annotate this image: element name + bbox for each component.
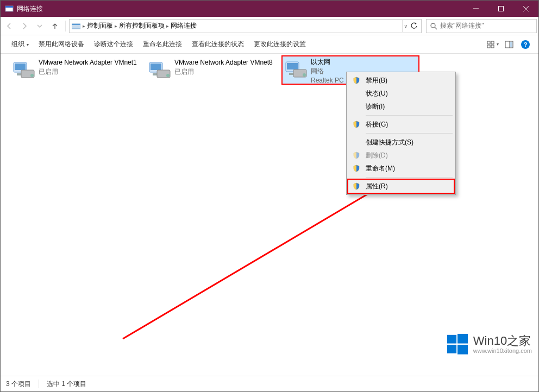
network-adapter-icon	[11, 58, 35, 82]
svg-point-21	[30, 74, 34, 77]
adapter-device: Realtek PC	[311, 76, 344, 85]
svg-point-8	[431, 23, 435, 28]
annotation-arrow	[117, 176, 454, 342]
shield-icon	[353, 121, 360, 128]
svg-rect-1	[5, 6, 13, 8]
adapter-status: 已启用	[39, 67, 137, 77]
svg-rect-18	[15, 64, 26, 70]
chevron-down-icon[interactable]: v	[405, 23, 408, 29]
cm-rename[interactable]: 重命名(M)	[348, 162, 454, 175]
svg-rect-35	[447, 345, 456, 353]
svg-line-32	[123, 178, 396, 339]
help-button[interactable]: ?	[518, 38, 533, 51]
tb-viewstatus[interactable]: 查看此连接的状态	[187, 36, 248, 52]
tb-diagnose[interactable]: 诊断这个连接	[90, 36, 137, 52]
svg-rect-28	[287, 63, 298, 69]
shield-icon	[353, 77, 360, 84]
svg-line-9	[435, 27, 437, 29]
svg-point-26	[166, 74, 170, 77]
network-adapter-item[interactable]: VMware Network Adapter VMnet1 已启用	[10, 57, 145, 83]
network-adapter-icon	[147, 58, 171, 82]
search-placeholder: 搜索"网络连接"	[440, 21, 484, 30]
tb-rename[interactable]: 重命名此连接	[139, 36, 186, 52]
shield-icon	[353, 151, 360, 159]
view-options-button[interactable]	[485, 38, 500, 51]
svg-rect-23	[151, 64, 161, 70]
tb-disable[interactable]: 禁用此网络设备	[34, 36, 89, 52]
windows-logo-icon	[446, 333, 469, 356]
svg-rect-10	[487, 41, 490, 44]
selected-count: 选中 1 个项目	[47, 380, 86, 389]
toolbar: 组织 禁用此网络设备 诊断这个连接 重命名此连接 查看此连接的状态 更改此连接的…	[1, 35, 538, 54]
adapter-name: VMware Network Adapter VMnet8	[174, 58, 273, 67]
shield-icon	[353, 182, 360, 190]
adapter-network: 网络	[311, 67, 344, 76]
up-button[interactable]	[48, 19, 62, 33]
item-count: 3 个项目	[6, 380, 31, 389]
watermark: Win10之家 www.win10xitong.com	[446, 333, 532, 356]
cm-diagnose[interactable]: 诊断(I)	[348, 100, 454, 113]
breadcrumb[interactable]: 控制面板	[85, 20, 115, 32]
shield-icon	[353, 165, 360, 172]
content-area: VMware Network Adapter VMnet1 已启用 VMware…	[1, 54, 538, 375]
window-title: 网络连接	[17, 4, 463, 14]
organize-menu[interactable]: 组织	[7, 36, 33, 52]
minimize-button[interactable]	[463, 1, 488, 17]
preview-pane-button[interactable]	[502, 38, 517, 51]
network-adapter-icon	[284, 58, 308, 81]
svg-rect-12	[487, 45, 490, 48]
svg-rect-34	[457, 334, 468, 344]
svg-rect-3	[499, 7, 504, 11]
window-icon	[5, 4, 14, 13]
cm-shortcut[interactable]: 创建快捷方式(S)	[348, 136, 454, 149]
close-button[interactable]	[513, 1, 538, 17]
adapter-name: 以太网	[311, 58, 344, 67]
back-button[interactable]	[2, 19, 16, 33]
status-bar: 3 个项目 选中 1 个项目	[1, 376, 538, 391]
adapter-status: 已启用	[174, 67, 273, 77]
svg-rect-36	[457, 345, 468, 355]
svg-rect-11	[491, 41, 494, 44]
context-menu: 禁用(B) 状态(U) 诊断(I) 桥接(G) 创建快捷方式(S) 删除(D) …	[346, 72, 456, 195]
maximize-button[interactable]	[488, 1, 513, 17]
cm-properties[interactable]: 属性(R)	[348, 180, 454, 193]
refresh-button[interactable]	[408, 22, 420, 30]
cm-delete: 删除(D)	[348, 149, 454, 162]
address-bar[interactable]: ▸ 控制面板 ▸ 所有控制面板项 ▸ 网络连接 v	[69, 19, 422, 33]
search-input[interactable]: 搜索"网络连接"	[426, 19, 537, 33]
breadcrumb[interactable]: 所有控制面板项	[117, 20, 166, 32]
network-adapter-item[interactable]: VMware Network Adapter VMnet8 已启用	[146, 57, 281, 83]
cm-bridge[interactable]: 桥接(G)	[348, 118, 454, 131]
breadcrumb[interactable]: 网络连接	[169, 20, 198, 32]
titlebar: 网络连接	[1, 1, 538, 17]
adapter-name: VMware Network Adapter VMnet1	[39, 58, 137, 67]
cm-disable[interactable]: 禁用(B)	[348, 74, 454, 87]
location-icon	[72, 22, 80, 30]
svg-rect-33	[447, 335, 456, 344]
forward-button[interactable]	[17, 19, 32, 33]
svg-rect-7	[72, 24, 80, 25]
search-icon	[430, 22, 437, 30]
svg-rect-16	[510, 42, 512, 47]
recent-dropdown[interactable]	[33, 19, 47, 33]
svg-rect-13	[491, 45, 494, 48]
cm-status[interactable]: 状态(U)	[348, 87, 454, 100]
tb-change[interactable]: 更改此连接的设置	[249, 36, 310, 52]
svg-point-31	[303, 73, 306, 77]
nav-row: ▸ 控制面板 ▸ 所有控制面板项 ▸ 网络连接 v 搜索"网络连接"	[1, 17, 538, 35]
